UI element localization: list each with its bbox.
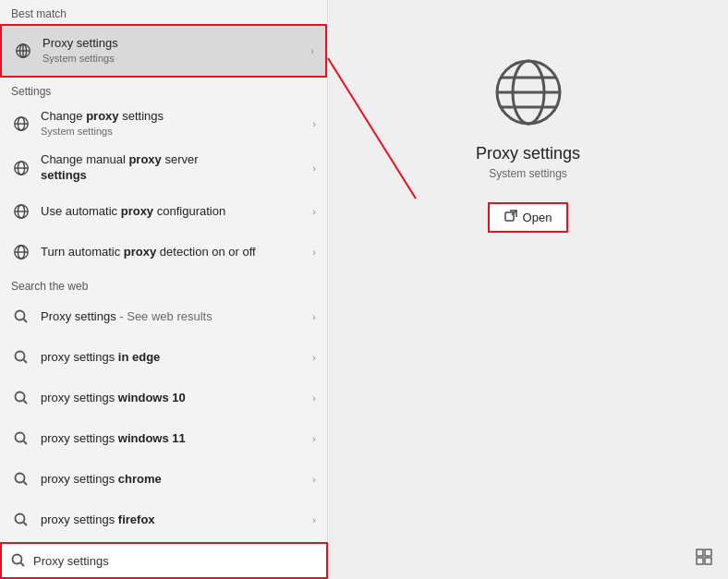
svg-line-29 — [21, 563, 25, 567]
right-app-title: Proxy settings — [476, 144, 580, 163]
svg-point-16 — [16, 310, 25, 320]
globe-icon-best-match — [13, 41, 33, 61]
section-settings-label: Settings — [0, 78, 327, 102]
search-icon-3 — [11, 388, 31, 408]
web-item-windows10[interactable]: proxy settings windows 10 › — [0, 378, 327, 418]
right-panel: Proxy settings System settings Open — [328, 0, 728, 579]
search-icon-1 — [11, 307, 31, 327]
settings-item-4-text: Turn automatic proxy detection on or off — [41, 245, 309, 260]
web-item-chrome[interactable]: proxy settings chrome › — [0, 459, 327, 500]
left-panel: Best match Proxy settings System setting… — [0, 0, 328, 579]
web-item-6-title: proxy settings firefox — [41, 513, 309, 528]
settings-item-3-text: Use automatic proxy configuration — [41, 204, 309, 220]
svg-point-20 — [16, 392, 25, 401]
chevron-3: › — [312, 206, 316, 217]
web-item-5-title: proxy settings chrome — [41, 472, 309, 488]
web-item-3-text: proxy settings windows 10 — [41, 391, 309, 406]
svg-line-27 — [24, 522, 28, 525]
search-icon-6 — [11, 510, 31, 530]
web-chevron-1: › — [312, 311, 316, 322]
svg-rect-37 — [697, 549, 703, 556]
svg-rect-40 — [705, 558, 711, 564]
section-web-label: Search the web — [0, 272, 327, 296]
svg-point-26 — [16, 513, 25, 523]
search-icon-2 — [11, 347, 31, 368]
open-button-icon — [504, 210, 517, 225]
svg-line-25 — [24, 481, 28, 485]
web-item-2-text: proxy settings in edge — [41, 350, 309, 366]
web-item-3-title: proxy settings windows 10 — [41, 391, 309, 406]
web-chevron-4: › — [312, 433, 316, 444]
chevron-1: › — [312, 118, 316, 129]
globe-icon-3 — [11, 201, 31, 222]
svg-line-23 — [24, 440, 28, 444]
web-item-proxy-results[interactable]: Proxy settings - See web results › — [0, 296, 327, 337]
section-best-match: Best match — [0, 0, 327, 24]
web-chevron-6: › — [312, 514, 316, 525]
web-chevron-2: › — [312, 352, 316, 363]
settings-item-detection[interactable]: Turn automatic proxy detection on or off… — [0, 232, 327, 272]
web-item-4-title: proxy settings windows 11 — [41, 431, 309, 447]
svg-line-21 — [24, 400, 28, 404]
open-button-label: Open — [523, 211, 552, 224]
svg-rect-39 — [697, 558, 703, 564]
settings-item-2-title: Change manual proxy serversettings — [41, 152, 309, 184]
best-match-item[interactable]: Proxy settings System settings › — [0, 24, 327, 78]
settings-item-1-title: Change proxy settings — [41, 109, 309, 125]
web-item-5-text: proxy settings chrome — [41, 472, 309, 488]
svg-line-17 — [24, 319, 28, 322]
web-chevron-5: › — [312, 474, 316, 485]
globe-icon-2 — [11, 158, 31, 178]
right-app-subtitle: System settings — [489, 167, 567, 180]
web-chevron-3: › — [312, 392, 316, 404]
open-button[interactable]: Open — [488, 202, 569, 233]
main-container: Best match Proxy settings System setting… — [0, 0, 728, 579]
svg-point-28 — [13, 555, 22, 564]
taskbar-area — [695, 548, 713, 570]
chevron-4: › — [312, 247, 316, 258]
settings-item-1-subtitle: System settings — [41, 125, 309, 138]
search-icon-4 — [11, 428, 31, 449]
web-item-firefox[interactable]: proxy settings firefox › — [0, 500, 327, 540]
search-icon-5 — [11, 469, 31, 489]
settings-item-3-title: Use automatic proxy configuration — [41, 204, 309, 220]
search-input[interactable] — [33, 554, 317, 568]
web-item-2-title: proxy settings in edge — [41, 350, 309, 366]
search-bar-icon — [11, 553, 26, 568]
globe-icon-4 — [11, 242, 31, 262]
globe-large-icon — [491, 55, 565, 129]
settings-item-change-proxy[interactable]: Change proxy settings System settings › — [0, 102, 327, 145]
svg-rect-38 — [705, 549, 711, 556]
settings-item-2-text: Change manual proxy serversettings — [41, 152, 309, 184]
search-bar[interactable] — [0, 542, 328, 579]
best-match-subtitle: System settings — [42, 52, 307, 65]
svg-point-24 — [16, 473, 25, 482]
web-item-edge[interactable]: proxy settings in edge › — [0, 337, 327, 378]
best-match-text: Proxy settings System settings — [42, 36, 307, 65]
web-item-6-text: proxy settings firefox — [41, 513, 309, 528]
settings-item-1-text: Change proxy settings System settings — [41, 109, 309, 138]
globe-icon-1 — [11, 114, 31, 134]
web-item-windows11[interactable]: proxy settings windows 11 › — [0, 418, 327, 459]
settings-item-manual-proxy[interactable]: Change manual proxy serversettings › — [0, 145, 327, 191]
web-item-4-text: proxy settings windows 11 — [41, 431, 309, 447]
chevron-2: › — [312, 163, 316, 174]
svg-point-18 — [16, 351, 25, 360]
svg-point-22 — [16, 432, 25, 441]
best-match-chevron: › — [310, 45, 314, 56]
best-match-title: Proxy settings — [42, 36, 307, 52]
web-item-1-title: Proxy settings - See web results — [41, 309, 309, 325]
settings-item-auto-proxy[interactable]: Use automatic proxy configuration › — [0, 191, 327, 232]
web-item-1-text: Proxy settings - See web results — [41, 309, 309, 325]
svg-line-19 — [24, 359, 28, 363]
settings-item-4-title: Turn automatic proxy detection on or off — [41, 245, 309, 260]
